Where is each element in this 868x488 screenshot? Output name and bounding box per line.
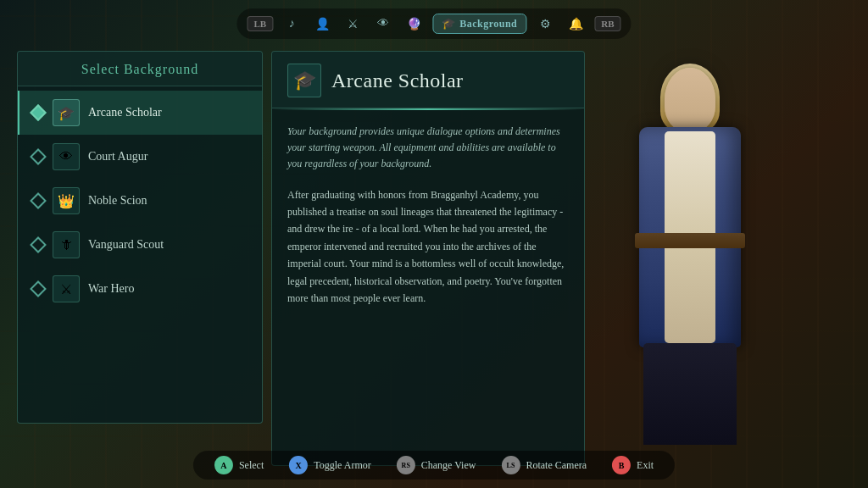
diamond-icon-vanguard (30, 236, 47, 253)
exit-label: Exit (637, 459, 654, 472)
nav-icon-vision[interactable]: 👁 (371, 12, 395, 36)
war-hero-label: War Hero (88, 282, 134, 296)
detail-intro-text: Your background provides unique dialogue… (287, 124, 569, 173)
diamond-icon-arcane (30, 104, 47, 121)
arcane-scholar-label: Arcane Scholar (88, 106, 162, 119)
diamond-icon-augur (30, 148, 47, 165)
court-augur-icon: 👁 (53, 143, 80, 170)
action-change-view[interactable]: RS Change View (397, 456, 476, 474)
x-button: X (289, 456, 308, 474)
vanguard-scout-label: Vanguard Scout (88, 238, 164, 252)
background-list: 🎓 Arcane Scholar 👁 Court Augur 👑 Noble S… (18, 86, 262, 315)
nav-icon-skills[interactable]: ⚔ (341, 12, 364, 36)
panel-title: Select Background (18, 52, 262, 86)
change-view-label: Change View (421, 459, 476, 472)
background-nav-icon: 🎓 (442, 17, 455, 30)
character-preview (563, 34, 817, 441)
select-label: Select (239, 459, 264, 472)
rotate-camera-label: Rotate Camera (526, 459, 587, 472)
detail-header: 🎓 Arcane Scholar (272, 52, 584, 108)
a-button: A (214, 456, 233, 474)
arcane-scholar-icon: 🎓 (53, 99, 80, 126)
toggle-armor-label: Toggle Armor (314, 459, 370, 472)
war-hero-icon: ⚔ (53, 275, 80, 302)
character-figure (614, 68, 766, 441)
nav-icon-extra[interactable]: 🔔 (564, 12, 587, 36)
nav-active-background[interactable]: 🎓 Background (432, 14, 526, 34)
bg-item-arcane-scholar[interactable]: 🎓 Arcane Scholar (18, 91, 262, 135)
b-button: B (612, 456, 631, 474)
bg-item-court-augur[interactable]: 👁 Court Augur (18, 135, 262, 179)
ls-button: LS (501, 456, 520, 474)
action-toggle-armor[interactable]: X Toggle Armor (289, 456, 370, 474)
action-rotate-camera[interactable]: LS Rotate Camera (501, 456, 587, 474)
noble-scion-icon: 👑 (53, 187, 80, 214)
detail-background-icon: 🎓 (287, 64, 321, 97)
action-exit[interactable]: B Exit (612, 456, 654, 474)
nav-icon-character[interactable]: 👤 (310, 12, 334, 36)
nav-icon-audio[interactable]: ♪ (280, 12, 303, 36)
rb-button[interactable]: RB (594, 16, 620, 31)
noble-scion-label: Noble Scion (88, 194, 147, 208)
nav-icon-settings[interactable]: ⚙ (533, 12, 557, 36)
top-navigation: LB ♪ 👤 ⚔ 👁 🔮 🎓 Background ⚙ 🔔 RB (236, 8, 631, 39)
detail-title: Arcane Scholar (331, 69, 464, 92)
background-list-panel: Select Background 🎓 Arcane Scholar 👁 Cou… (17, 51, 263, 424)
detail-panel: 🎓 Arcane Scholar Your background provide… (271, 51, 585, 466)
court-augur-label: Court Augur (88, 150, 147, 164)
detail-content[interactable]: Your background provides unique dialogue… (272, 110, 584, 456)
vanguard-scout-icon: 🗡 (53, 231, 80, 258)
lb-button[interactable]: LB (247, 16, 273, 31)
nav-icon-magic[interactable]: 🔮 (402, 12, 426, 36)
bottom-action-bar: A Select X Toggle Armor RS Change View L… (193, 451, 675, 480)
rs-button: RS (397, 456, 415, 474)
bg-item-vanguard-scout[interactable]: 🗡 Vanguard Scout (18, 223, 262, 267)
action-select[interactable]: A Select (214, 456, 264, 474)
bg-item-noble-scion[interactable]: 👑 Noble Scion (18, 179, 262, 223)
char-belt (635, 233, 745, 248)
detail-description-text: After graduating with honors from Bragga… (287, 186, 569, 308)
background-nav-label: Background (459, 18, 517, 30)
diamond-icon-war (30, 280, 47, 297)
diamond-icon-noble (30, 192, 47, 209)
bg-item-war-hero[interactable]: ⚔ War Hero (18, 267, 262, 311)
char-legs (643, 343, 737, 445)
char-head (665, 68, 715, 131)
